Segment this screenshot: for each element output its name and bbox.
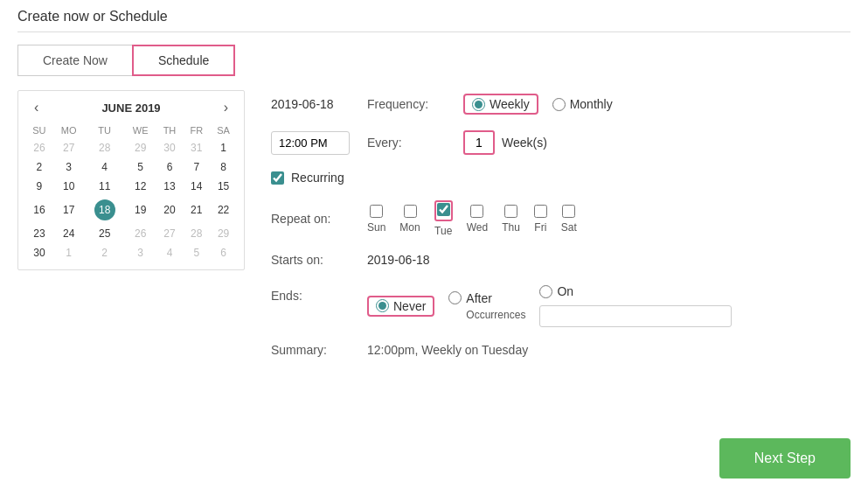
calendar-day[interactable]: 4 (156, 243, 184, 262)
ends-after-label: After (466, 291, 492, 305)
page-container: Create now or Schedule Create Now Schedu… (0, 0, 868, 496)
ends-after-radio[interactable] (448, 291, 462, 304)
calendar-day[interactable]: 29 (125, 138, 156, 157)
calendar-day[interactable]: 11 (85, 177, 125, 196)
calendar-day[interactable]: 18 (85, 196, 125, 224)
next-step-button[interactable]: Next Step (719, 438, 851, 479)
ends-never-radio[interactable] (376, 299, 389, 312)
frequency-weekly-option[interactable]: Weekly (463, 94, 538, 115)
calendar-day[interactable]: 14 (183, 177, 210, 196)
day-mon: Mon (399, 205, 420, 234)
calendar-day[interactable]: 15 (210, 177, 237, 196)
calendar-day[interactable]: 25 (85, 224, 125, 243)
ends-on-option[interactable]: On (539, 284, 732, 298)
calendar-day[interactable]: 24 (53, 224, 85, 243)
calendar-day[interactable]: 3 (53, 157, 85, 177)
day-tue-checkbox[interactable] (437, 203, 450, 216)
ends-after-option[interactable]: After (448, 291, 525, 305)
calendar-day[interactable]: 10 (53, 177, 85, 196)
calendar-row: 2627282930311 (25, 138, 237, 157)
ends-group: Never After Occurrences O (367, 284, 732, 327)
calendar-day[interactable]: 26 (25, 138, 53, 157)
calendar-day[interactable]: 1 (53, 243, 85, 262)
ends-on-radio[interactable] (539, 285, 552, 298)
calendar-days-header: SU MO TU WE TH FR SA (25, 122, 237, 138)
ends-after-group: After Occurrences (448, 291, 525, 321)
calendar-day[interactable]: 30 (25, 243, 53, 262)
day-fri-checkbox[interactable] (534, 205, 547, 218)
starts-on-row: Starts on: 2019-06-18 (271, 253, 851, 267)
every-number-input[interactable] (463, 130, 495, 155)
calendar-day[interactable]: 2 (85, 243, 125, 262)
frequency-weekly-radio[interactable] (472, 98, 485, 111)
tab-create-now[interactable]: Create Now (17, 45, 132, 76)
calendar-day[interactable]: 2 (25, 157, 53, 177)
calendar-day[interactable]: 9 (25, 177, 53, 196)
next-month-button[interactable]: › (219, 98, 233, 117)
schedule-form: 2019-06-18 Frequency: Weekly Monthly Eve… (271, 90, 851, 373)
day-sat: Sat (561, 205, 577, 234)
time-input[interactable] (271, 131, 350, 155)
calendar-day[interactable]: 30 (156, 138, 184, 157)
ends-row: Ends: Never After Occurrences (271, 283, 851, 327)
day-thu-checkbox[interactable] (504, 205, 517, 218)
calendar-row: 30123456 (25, 243, 237, 262)
calendar-day[interactable]: 27 (156, 224, 184, 243)
tabs-row: Create Now Schedule (17, 45, 851, 76)
calendar-row: 9101112131415 (25, 177, 237, 196)
calendar-day[interactable]: 22 (210, 196, 237, 224)
calendar-day[interactable]: 31 (183, 138, 210, 157)
cal-header-we: WE (125, 122, 156, 138)
calendar-row: 2345678 (25, 157, 237, 177)
tab-schedule[interactable]: Schedule (132, 45, 235, 76)
starts-date-value: 2019-06-18 (367, 253, 430, 267)
day-tue: Tue (434, 200, 453, 237)
calendar-day[interactable]: 19 (125, 196, 156, 224)
calendar-day[interactable]: 8 (210, 157, 237, 177)
calendar-day[interactable]: 7 (183, 157, 210, 177)
calendar-day[interactable]: 21 (183, 196, 210, 224)
calendar-day[interactable]: 5 (183, 243, 210, 262)
day-sat-checkbox[interactable] (562, 205, 575, 218)
calendar-day[interactable]: 16 (25, 196, 53, 224)
day-sun-checkbox[interactable] (370, 205, 383, 218)
calendar-day[interactable]: 4 (85, 157, 125, 177)
day-sun: Sun (367, 205, 385, 234)
tue-checkbox-border (434, 200, 453, 221)
calendar-day[interactable]: 20 (156, 196, 184, 224)
frequency-monthly-radio[interactable] (552, 98, 566, 111)
ends-on-label: On (557, 284, 573, 298)
frequency-monthly-option[interactable]: Monthly (552, 97, 613, 111)
calendar-day[interactable]: 29 (210, 224, 237, 243)
summary-text: 12:00pm, Weekly on Tuesday (367, 343, 528, 357)
prev-month-button[interactable]: ‹ (29, 98, 44, 117)
ends-never-option[interactable]: Never (367, 296, 434, 317)
day-fri-label: Fri (534, 221, 546, 234)
calendar-day[interactable]: 23 (25, 224, 53, 243)
calendar-day[interactable]: 6 (156, 157, 184, 177)
date-frequency-row: 2019-06-18 Frequency: Weekly Monthly (271, 94, 851, 115)
calendar-day[interactable]: 3 (125, 243, 156, 262)
repeat-on-group: Sun Mon Tue (367, 200, 577, 237)
calendar-day[interactable]: 28 (183, 224, 210, 243)
calendar-day[interactable]: 12 (125, 177, 156, 196)
calendar-month-title: JUNE 2019 (101, 101, 160, 115)
recurring-checkbox[interactable] (271, 171, 284, 185)
calendar-day[interactable]: 1 (210, 138, 237, 157)
occurrences-input[interactable] (539, 305, 732, 327)
time-every-row: Every: Week(s) (271, 130, 851, 155)
calendar-day[interactable]: 26 (125, 224, 156, 243)
cal-header-fr: FR (183, 122, 210, 138)
calendar-day[interactable]: 5 (125, 157, 156, 177)
calendar-day[interactable]: 28 (85, 138, 125, 157)
day-thu: Thu (502, 205, 520, 234)
ends-never-label: Never (393, 299, 426, 313)
calendar-day[interactable]: 13 (156, 177, 184, 196)
calendar-day[interactable]: 6 (210, 243, 237, 262)
every-unit-label: Week(s) (502, 136, 547, 150)
calendar-day[interactable]: 27 (53, 138, 85, 157)
calendar-day[interactable]: 17 (53, 196, 85, 224)
day-mon-checkbox[interactable] (404, 205, 417, 218)
day-wed-checkbox[interactable] (470, 205, 483, 218)
summary-row: Summary: 12:00pm, Weekly on Tuesday (271, 343, 851, 357)
